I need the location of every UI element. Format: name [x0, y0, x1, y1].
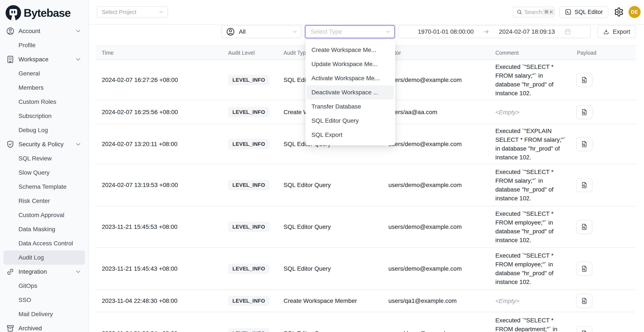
menu-item-sql-editor-query[interactable]: SQL Editor Query — [306, 114, 395, 128]
file-search-icon — [581, 181, 588, 189]
sidebar-item-general[interactable]: General — [4, 66, 85, 81]
menu-item-create-workspace-me[interactable]: Create Workspace Me... — [306, 43, 395, 57]
sidebar-item-sql-review[interactable]: SQL Review — [4, 152, 85, 166]
menu-item-transfer-database[interactable]: Transfer Database — [306, 100, 395, 114]
sidebar-item-label: Workspace — [18, 56, 48, 63]
cell-comment: Executed `"EXPLAIN SELECT * FROM salary;… — [489, 127, 571, 162]
payload-view-button[interactable] — [576, 73, 592, 87]
sidebar-item-members[interactable]: Members — [4, 81, 85, 95]
project-select[interactable]: Select Project — [97, 6, 168, 17]
sql-editor-label: SQL Editor — [574, 9, 603, 15]
cell-actor: users/demo@example.com — [382, 141, 489, 148]
sql-editor-button[interactable]: SQL Editor — [559, 6, 608, 18]
sidebar-item-profile[interactable]: Profile — [4, 38, 85, 52]
menu-item-update-workspace-me[interactable]: Update Workspace Me... — [306, 57, 395, 71]
sidebar-item-label: SQL Review — [18, 155, 52, 162]
sidebar-item-integration[interactable]: Integration — [4, 265, 85, 279]
sidebar-item-archived[interactable]: Archived — [4, 321, 85, 332]
sidebar-item-custom-approval[interactable]: Custom Approval — [4, 208, 85, 222]
payload-view-button[interactable] — [576, 220, 592, 234]
audit-level-badge: LEVEL_INFO — [228, 328, 269, 332]
sidebar-item-debug-log[interactable]: Debug Log — [4, 123, 85, 137]
sidebar-item-label: Archived — [18, 325, 42, 332]
empty-placeholder: <Empty> — [495, 109, 520, 116]
sidebar: Bytebase AccountProfileWorkspaceGeneralM… — [0, 0, 89, 332]
menu-item-deactivate-workspace[interactable]: Deactivate Workspace ... — [307, 85, 394, 100]
cell-actor: users/qa1@example.com — [382, 298, 489, 304]
actor-filter-select[interactable]: All — [221, 25, 302, 38]
cell-audit-level: LEVEL_INFO — [222, 222, 278, 232]
sidebar-item-custom-roles[interactable]: Custom Roles — [4, 95, 85, 109]
file-search-icon — [581, 141, 588, 148]
type-filter-select[interactable]: Select Type — [305, 25, 395, 38]
column-header-time: Time — [96, 50, 222, 56]
payload-view-button[interactable] — [576, 262, 592, 276]
sidebar-item-subscription[interactable]: Subscription — [4, 109, 85, 123]
sidebar-item-data-masking[interactable]: Data Masking — [4, 222, 85, 236]
table-row: 2023-11-21 15:45:43 +08:00LEVEL_INFOSQL … — [96, 248, 636, 290]
table-row: 2024-02-07 13:19:53 +08:00LEVEL_INFOSQL … — [96, 164, 636, 206]
sidebar-nav: AccountProfileWorkspaceGeneralMembersCus… — [0, 22, 88, 332]
terminal-icon — [565, 8, 572, 15]
sidebar-item-label: Security & Policy — [18, 141, 64, 148]
empty-placeholder: <Empty> — [495, 298, 520, 304]
sidebar-item-mail-delivery[interactable]: Mail Delivery — [4, 307, 85, 321]
table-row: 2023-11-04 21:26:24 +08:00LEVEL_INFOSQL … — [96, 312, 636, 332]
file-search-icon — [581, 330, 588, 332]
chevron-down-icon — [75, 141, 82, 148]
sidebar-item-gitops[interactable]: GitOps — [4, 279, 85, 293]
sidebar-item-sso[interactable]: SSO — [4, 293, 85, 307]
cell-comment: <Empty> — [489, 108, 571, 117]
sidebar-item-account[interactable]: Account — [4, 24, 85, 38]
payload-view-button[interactable] — [576, 105, 592, 119]
cell-time: 2024-02-07 16:27:26 +08:00 — [96, 77, 222, 83]
sidebar-item-schema-template[interactable]: Schema Template — [4, 180, 85, 194]
audit-level-badge: LEVEL_INFO — [228, 75, 269, 85]
topbar-actions: Search ⌘ K SQL Editor DE — [513, 6, 642, 18]
cell-audit-level: LEVEL_INFO — [222, 75, 278, 85]
cell-time: 2023-11-04 21:26:24 +08:00 — [96, 330, 222, 332]
cell-payload — [571, 220, 636, 234]
audit-level-badge: LEVEL_INFO — [228, 264, 269, 274]
cell-payload — [571, 327, 636, 332]
cell-actor: users/aa@aa.com — [382, 109, 489, 116]
sidebar-item-security-policy[interactable]: Security & Policy — [4, 137, 85, 152]
search-placeholder: Search — [524, 9, 542, 15]
sidebar-item-risk-center[interactable]: Risk Center — [4, 194, 85, 208]
chevron-down-icon — [75, 268, 82, 275]
cell-actor: users/demo@example.com — [382, 330, 489, 332]
sidebar-item-data-access-control[interactable]: Data Access Control — [4, 236, 85, 251]
cell-time: 2023-11-04 22:48:30 +08:00 — [96, 298, 222, 304]
bytebase-logo[interactable]: Bytebase — [0, 0, 88, 22]
payload-view-button[interactable] — [576, 137, 592, 151]
bytebase-app: Bytebase AccountProfileWorkspaceGeneralM… — [0, 0, 644, 332]
type-filter-placeholder: Select Type — [310, 28, 385, 35]
payload-view-button[interactable] — [576, 327, 592, 332]
user-avatar[interactable]: DE — [628, 6, 640, 18]
file-search-icon — [581, 297, 588, 305]
cell-comment: Executed `"SELECT * FROM salary;"` in da… — [489, 62, 571, 98]
audit-level-badge: LEVEL_INFO — [228, 107, 269, 117]
export-button[interactable]: Export — [598, 25, 636, 38]
sidebar-item-slow-query[interactable]: Slow Query — [4, 166, 85, 180]
settings-gear-icon[interactable] — [614, 7, 624, 17]
menu-item-activate-workspace-me[interactable]: Activate Workspace Me... — [306, 71, 395, 85]
cell-time: 2024-02-07 13:20:11 +08:00 — [96, 141, 222, 148]
search-input[interactable]: Search ⌘ K — [513, 7, 555, 17]
date-to-value: 2024-02-07 18:09:13 — [499, 28, 555, 35]
sidebar-item-label: Account — [18, 28, 40, 34]
user-circle-icon — [6, 27, 14, 35]
download-icon — [603, 28, 610, 35]
column-header-audit-level: Audit Level — [222, 50, 278, 56]
file-search-icon — [581, 265, 588, 272]
cell-time: 2024-02-07 16:25:56 +08:00 — [96, 109, 222, 116]
sidebar-item-label: Schema Template — [18, 183, 66, 190]
payload-view-button[interactable] — [576, 178, 592, 192]
date-range-picker[interactable]: 1970-01-01 08:00:00 2024-02-07 18:09:13 — [398, 25, 591, 38]
calendar-icon — [564, 28, 571, 35]
payload-view-button[interactable] — [576, 294, 592, 308]
sidebar-item-workspace[interactable]: Workspace — [4, 52, 85, 66]
sidebar-item-label: Integration — [18, 268, 47, 275]
menu-item-sql-export[interactable]: SQL Export — [306, 128, 395, 142]
sidebar-item-audit-log[interactable]: Audit Log — [4, 251, 85, 265]
